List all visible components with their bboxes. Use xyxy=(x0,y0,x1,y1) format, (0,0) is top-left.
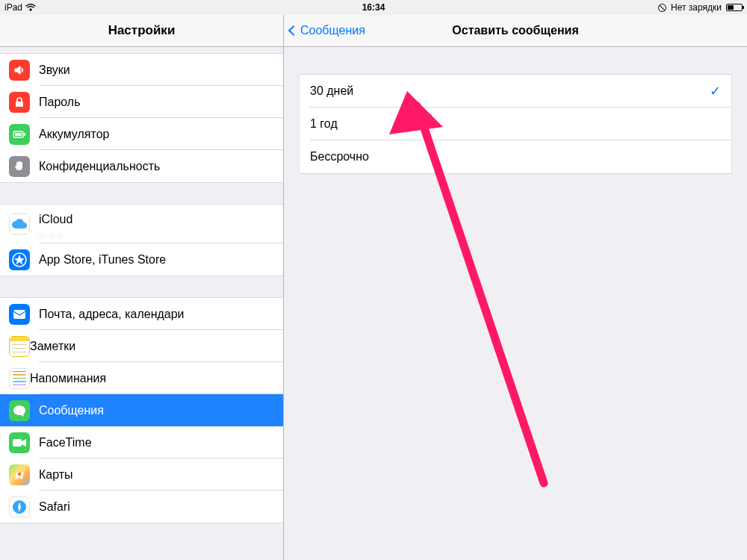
detail-pane: Сообщения Оставить сообщения 30 дней✓1 г… xyxy=(284,15,747,560)
svg-rect-5 xyxy=(13,310,25,319)
sidebar-group: iCloud··· ··· ···App Store, iTunes Store xyxy=(0,204,283,276)
settings-sidebar: Настройки ЗвукиПарольАккумуляторКонфиден… xyxy=(0,15,284,560)
option-label: 30 дней xyxy=(310,84,353,98)
svg-rect-0 xyxy=(16,102,23,107)
reminders-icon xyxy=(9,368,30,389)
svg-point-7 xyxy=(18,473,21,476)
checkmark-icon: ✓ xyxy=(710,83,721,99)
option-label: Бессрочно xyxy=(310,150,369,164)
facetime-icon xyxy=(9,432,30,453)
sidebar-item-label: iCloud xyxy=(39,213,72,226)
safari-icon xyxy=(9,497,30,517)
sidebar-item-label: Конфиденциальность xyxy=(39,160,160,173)
sidebar-item-privacy[interactable]: Конфиденциальность xyxy=(0,150,283,182)
not-charging-icon xyxy=(658,4,666,12)
status-bar: iPad 16:34 Нет зарядки xyxy=(0,0,747,15)
detail-title: Оставить сообщения xyxy=(452,24,578,37)
sidebar-item-mail[interactable]: Почта, адреса, календари xyxy=(0,298,283,330)
detail-header: Сообщения Оставить сообщения xyxy=(284,15,747,47)
sidebar-item-label: Аккумулятор xyxy=(39,128,109,141)
sidebar-item-label: Напоминания xyxy=(30,372,106,385)
sidebar-item-icloud[interactable]: iCloud··· ··· ··· xyxy=(0,205,283,243)
sidebar-item-label: Заметки xyxy=(30,340,75,353)
device-label: iPad xyxy=(4,2,22,13)
sidebar-item-label: Пароль xyxy=(39,96,81,109)
sidebar-item-notes[interactable]: Заметки xyxy=(0,330,283,362)
sidebar-item-label: FaceTime xyxy=(39,436,92,449)
wifi-icon xyxy=(25,4,36,11)
passcode-icon xyxy=(9,92,30,113)
option-forever[interactable]: Бессрочно xyxy=(300,140,731,173)
svg-rect-2 xyxy=(24,133,25,136)
maps-icon xyxy=(9,464,30,485)
messages-icon xyxy=(9,400,30,421)
charging-text: Нет зарядки xyxy=(671,2,722,13)
sidebar-item-messages[interactable]: Сообщения xyxy=(0,394,283,426)
battery-icon xyxy=(726,4,743,11)
sidebar-item-battery[interactable]: Аккумулятор xyxy=(0,118,283,150)
svg-rect-6 xyxy=(13,439,22,447)
sidebar-group: Почта, адреса, календариЗаметкиНапоминан… xyxy=(0,297,283,523)
notes-icon xyxy=(9,336,30,357)
sidebar-item-sounds[interactable]: Звуки xyxy=(0,54,283,86)
sidebar-item-safari[interactable]: Safari xyxy=(0,491,283,523)
sidebar-item-appstore[interactable]: App Store, iTunes Store xyxy=(0,243,283,276)
icloud-icon xyxy=(9,214,30,234)
sidebar-item-label: Карты xyxy=(39,468,73,482)
clock: 16:34 xyxy=(362,2,385,13)
sidebar-scroll[interactable]: ЗвукиПарольАккумуляторКонфиденциальность… xyxy=(0,47,283,560)
sidebar-item-label: Почта, адреса, календари xyxy=(39,308,185,321)
sidebar-group: ЗвукиПарольАккумуляторКонфиденциальность xyxy=(0,53,283,183)
option-label: 1 год xyxy=(310,117,338,131)
privacy-icon xyxy=(9,156,30,177)
battery-icon xyxy=(9,124,30,145)
sidebar-item-label: App Store, iTunes Store xyxy=(39,253,166,267)
sidebar-item-maps[interactable]: Карты xyxy=(0,458,283,491)
chevron-left-icon xyxy=(288,25,299,36)
back-label: Сообщения xyxy=(300,24,365,37)
sidebar-item-passcode[interactable]: Пароль xyxy=(0,86,283,118)
mail-icon xyxy=(9,304,30,325)
sidebar-item-reminders[interactable]: Напоминания xyxy=(0,362,283,394)
sidebar-item-facetime[interactable]: FaceTime xyxy=(0,426,283,458)
icloud-account-blurred: ··· ··· ··· xyxy=(39,231,64,240)
appstore-icon xyxy=(9,249,30,270)
svg-rect-3 xyxy=(15,133,22,136)
sidebar-item-label: Сообщения xyxy=(39,404,104,417)
sounds-icon xyxy=(9,60,30,81)
option-30d[interactable]: 30 дней✓ xyxy=(300,75,731,108)
sidebar-title: Настройки xyxy=(0,15,283,47)
option-1y[interactable]: 1 год xyxy=(300,108,731,140)
sidebar-item-label: Звуки xyxy=(39,63,70,77)
sidebar-item-label: Safari xyxy=(39,500,70,514)
back-button[interactable]: Сообщения xyxy=(284,24,365,37)
keep-messages-options: 30 дней✓1 годБессрочно xyxy=(299,74,732,174)
